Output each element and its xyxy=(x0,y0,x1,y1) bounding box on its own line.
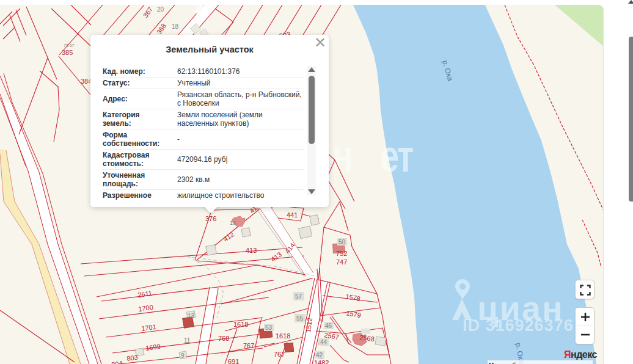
svg-text:1618: 1618 xyxy=(233,321,248,328)
svg-text:767: 767 xyxy=(243,342,254,349)
svg-text:46: 46 xyxy=(325,322,332,329)
svg-text:803: 803 xyxy=(126,354,139,362)
svg-text:75 67: 75 67 xyxy=(64,43,75,48)
svg-text:1482: 1482 xyxy=(314,359,329,364)
svg-text:13: 13 xyxy=(188,313,195,319)
svg-text:18: 18 xyxy=(172,23,179,30)
svg-text:т: т xyxy=(397,131,414,181)
svg-text:376: 376 xyxy=(205,215,216,222)
svg-text:413: 413 xyxy=(246,247,257,254)
svg-text:9: 9 xyxy=(181,352,185,359)
svg-text:1618: 1618 xyxy=(276,332,290,340)
svg-text:385: 385 xyxy=(62,49,73,56)
svg-text:20: 20 xyxy=(157,6,164,13)
svg-text:691: 691 xyxy=(228,358,239,364)
svg-text:747: 747 xyxy=(336,258,347,266)
svg-text:44: 44 xyxy=(320,339,327,346)
svg-text:57: 57 xyxy=(295,293,302,300)
svg-text:42: 42 xyxy=(316,352,323,359)
svg-text:53: 53 xyxy=(265,324,273,331)
svg-text:752: 752 xyxy=(336,250,347,257)
svg-text:768: 768 xyxy=(218,335,229,342)
svg-text:441: 441 xyxy=(287,211,298,219)
svg-text:н: н xyxy=(332,131,353,181)
svg-text:11: 11 xyxy=(184,337,191,344)
svg-text:55: 55 xyxy=(296,315,304,322)
svg-text:50: 50 xyxy=(338,239,346,246)
svg-text:е: е xyxy=(380,131,399,181)
svg-text:767: 767 xyxy=(274,351,285,358)
svg-text:ID 316926376: ID 316926376 xyxy=(463,316,574,335)
svg-text:13: 13 xyxy=(230,220,236,226)
